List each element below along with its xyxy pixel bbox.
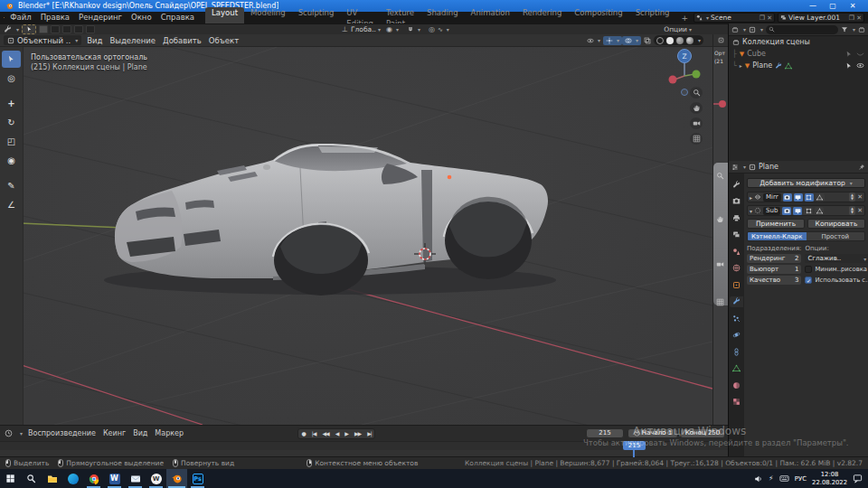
zoom-icon[interactable] (690, 87, 703, 99)
record-button[interactable]: ● (298, 430, 308, 436)
3d-viewport[interactable]: Объектный .. ▾ ВидВыделениеДобавитьОбъек… (0, 34, 712, 425)
modifier-subsurf-header[interactable]: ▾ Sub ▲▼ ✕ (747, 205, 865, 216)
tab-texture[interactable] (730, 397, 743, 408)
tab-modifiers[interactable] (730, 296, 743, 307)
maximize-button[interactable]: ▢ (823, 0, 843, 12)
add-workspace-button[interactable]: + (676, 14, 693, 23)
pan-hand-icon[interactable] (690, 102, 703, 114)
tab-world[interactable] (730, 263, 743, 274)
realtime-toggle[interactable] (794, 193, 803, 202)
snap-toggle[interactable]: ▾ (404, 25, 423, 34)
taskbar-clock[interactable]: 12:08 22.08.2022 (812, 471, 847, 485)
editor-type-icon[interactable] (718, 37, 724, 43)
edge-browser-icon[interactable] (62, 469, 83, 488)
quality-field[interactable]: Качество 3 (747, 276, 801, 285)
properties-editor-icon[interactable] (731, 164, 739, 171)
viewport-menu-1[interactable]: Выделение (109, 36, 156, 45)
simple-button[interactable]: Простой (807, 232, 865, 240)
tab-render[interactable] (730, 196, 743, 207)
transform-tool[interactable]: ◉ (2, 152, 21, 169)
outliner-row-plane[interactable]: └ ▸ ▼ Plane (729, 60, 868, 71)
jump-to-start-button[interactable]: |◀ (308, 430, 319, 436)
view-layer-selector[interactable]: View Layer.001 ❐ ✕ (778, 13, 864, 23)
move-modifier-buttons[interactable]: ▲▼ (849, 206, 855, 215)
rendered-shading-button[interactable] (686, 37, 693, 44)
realtime-toggle[interactable] (793, 207, 802, 215)
viewport-menu-3[interactable]: Объект (209, 36, 239, 45)
menu-4[interactable]: Справка (156, 12, 199, 23)
outliner-row-cube[interactable]: ├ ▼ Cube (729, 48, 868, 60)
tab-particles[interactable] (730, 313, 743, 324)
notification-center-icon[interactable] (853, 474, 863, 483)
render-toggle[interactable] (783, 193, 792, 202)
apply-button[interactable]: Применить (747, 219, 805, 229)
unlink-icon[interactable]: ✕ (767, 14, 772, 22)
selectable-icon[interactable] (845, 51, 853, 58)
chrome-browser-icon[interactable] (83, 469, 104, 488)
outliner-row-collection[interactable]: Коллекция сцены (729, 36, 868, 48)
filter-funnel-icon[interactable] (841, 26, 848, 33)
active-tool-icon[interactable] (4, 25, 12, 33)
display-mode-icon[interactable] (731, 26, 739, 33)
timeline-menu-1[interactable]: Кеинг (103, 429, 126, 437)
close-button[interactable]: ✕ (843, 0, 863, 12)
copy-icon[interactable]: ❐ (849, 14, 854, 22)
overlays-toggle[interactable]: ▾ (622, 36, 641, 45)
viewport-menu-2[interactable]: Добавить (163, 36, 202, 45)
object-visibility-dropdown[interactable]: ▾ (584, 36, 603, 45)
transform-orientation[interactable]: ⊥ Глоба.. ▾ (342, 25, 381, 33)
menu-0[interactable]: Файл (5, 12, 35, 23)
uv-smooth-dropdown[interactable]: Сглажив.. ▾ (805, 254, 868, 263)
render-subdivisions-field[interactable]: Рендеринг 2 (747, 254, 801, 263)
cage-toggle[interactable] (815, 207, 824, 215)
select-box-tool[interactable] (2, 51, 21, 68)
next-keyframe-button[interactable]: ▶▶ (351, 430, 363, 436)
move-tool[interactable]: + (2, 95, 21, 112)
menu-3[interactable]: Окно (127, 12, 156, 23)
language-indicator[interactable]: РУС (795, 475, 807, 483)
file-explorer-icon[interactable] (42, 469, 62, 488)
tab-object-data[interactable] (730, 363, 743, 374)
modifier-mirror-header[interactable]: ▸ Mirr ▲▼ ✕ (747, 192, 865, 202)
gizmos-toggle[interactable]: ▾ (603, 36, 622, 45)
modifier-name[interactable]: Mirr (763, 193, 781, 202)
catmull-clark-button[interactable]: Кэтмелл-Кларк (748, 232, 807, 240)
cage-toggle[interactable] (816, 193, 825, 202)
tab-material[interactable] (730, 380, 743, 390)
annotate-tool[interactable]: ✎ (2, 177, 21, 194)
pan-hand-icon[interactable] (716, 215, 724, 223)
search-input[interactable] (766, 25, 838, 34)
modifier-name[interactable]: Sub (763, 207, 780, 215)
perspective-grid-icon[interactable] (690, 133, 703, 145)
play-button[interactable]: ▶ (342, 430, 352, 436)
hide-eye-closed-icon[interactable] (856, 50, 864, 58)
remove-icon[interactable]: ✕ (856, 14, 862, 22)
taskbar-search-button[interactable] (21, 469, 42, 488)
pin-icon[interactable] (858, 164, 865, 171)
secondary-viewport-strip[interactable]: Орт (21 (712, 34, 728, 425)
use-limit-surface-checkbox-row[interactable]: ✓ Использовать с.. (805, 276, 868, 285)
jump-to-end-button[interactable]: ▶| (364, 430, 375, 436)
tab-physics[interactable] (730, 330, 743, 341)
zoom-icon[interactable] (716, 172, 724, 180)
delete-modifier-icon[interactable]: ✕ (857, 193, 863, 201)
gizmo-y-axis[interactable] (693, 70, 701, 79)
perspective-grid-icon[interactable] (716, 298, 724, 306)
expand-arrow-icon[interactable]: ▸ (750, 194, 752, 201)
keyboard-icon[interactable] (779, 474, 789, 483)
selectable-icon[interactable] (845, 62, 853, 70)
expand-arrow-icon[interactable]: ▸ (740, 62, 742, 69)
checkbox-checked[interactable]: ✓ (805, 277, 812, 284)
tab-object[interactable] (730, 279, 743, 290)
xray-toggle[interactable] (641, 36, 654, 45)
camera-view-icon[interactable] (716, 260, 724, 268)
viewport-subdivisions-field[interactable]: Вьюпорт 1 (747, 265, 801, 274)
render-toggle[interactable] (782, 207, 791, 215)
minimize-button[interactable]: — (803, 0, 823, 12)
solid-shading-button[interactable] (666, 37, 674, 44)
blender-menu-icon[interactable] (4, 13, 5, 23)
collapse-arrow-icon[interactable]: ▾ (750, 208, 752, 214)
timeline-menu-0[interactable]: Воспроизведение (28, 429, 96, 437)
options-dropdown[interactable]: Опции ▾ (664, 25, 692, 33)
rotate-tool[interactable]: ↻ (2, 114, 21, 131)
